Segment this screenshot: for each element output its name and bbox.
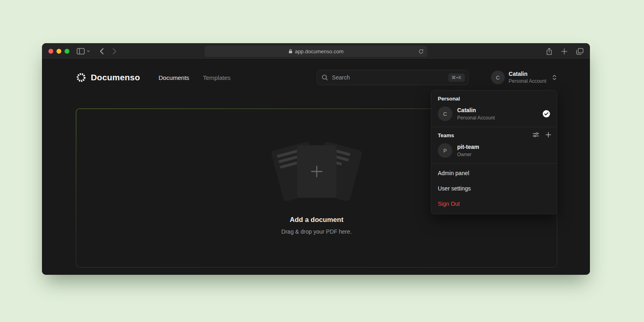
dropzone-subtitle: Drag & drop your PDF here. <box>281 228 351 235</box>
fullscreen-window-button[interactable] <box>65 49 69 54</box>
chevron-up-down-icon <box>552 74 557 81</box>
nav-item-templates[interactable]: Templates <box>203 74 230 81</box>
menu-personal-label: Personal <box>431 90 557 105</box>
menu-item-user-settings[interactable]: User settings <box>431 181 557 196</box>
account-avatar: C <box>491 71 505 84</box>
reload-icon[interactable] <box>418 49 424 54</box>
menu-teams-header: Teams <box>431 127 557 142</box>
forward-button-icon[interactable] <box>113 48 117 54</box>
search-box: ⌘+K <box>317 70 468 85</box>
menu-team-item[interactable]: P pit-team Owner <box>431 142 557 163</box>
sidebar-chevron-down-icon[interactable] <box>87 50 90 52</box>
menu-actions: Admin panel User settings Sign Out <box>431 164 557 211</box>
team-name: pit-team <box>457 144 479 151</box>
account-type: Personal Account <box>509 78 546 84</box>
nav-item-documents[interactable]: Documents <box>159 74 189 81</box>
dropzone-title: Add a document <box>290 216 343 224</box>
menu-item-admin-panel[interactable]: Admin panel <box>431 165 557 181</box>
menu-teams-label: Teams <box>431 127 533 142</box>
close-window-button[interactable] <box>48 49 53 54</box>
personal-avatar: C <box>438 107 452 121</box>
teams-header-icons <box>533 132 551 138</box>
new-tab-plus-icon[interactable] <box>561 48 567 54</box>
selected-check-icon <box>542 110 550 118</box>
toolbar-left <box>77 48 117 54</box>
brand-name: Documenso <box>91 73 140 82</box>
account-menu-button[interactable]: C Catalin Personal Account <box>491 71 557 84</box>
app-page: Documenso Documents Templates ⌘+K C Cata… <box>42 60 590 275</box>
add-team-plus-icon[interactable] <box>546 132 551 138</box>
plus-icon <box>310 165 324 178</box>
documenso-logo-icon <box>76 72 86 83</box>
document-card-center <box>297 145 337 198</box>
team-avatar: P <box>438 143 452 158</box>
menu-item-sign-out[interactable]: Sign Out <box>431 196 557 211</box>
search-input[interactable] <box>331 74 445 81</box>
sidebar-toggle-icon[interactable] <box>77 48 85 54</box>
account-name: Catalin <box>509 71 546 77</box>
search-icon <box>322 74 328 81</box>
url-text: app.documenso.com <box>295 48 344 54</box>
personal-name: Catalin <box>457 107 495 114</box>
window-controls <box>48 49 69 54</box>
share-icon[interactable] <box>546 48 552 55</box>
main-nav: Documents Templates <box>159 74 230 81</box>
personal-type: Personal Account <box>457 115 495 121</box>
manage-teams-icon[interactable] <box>533 132 539 138</box>
menu-personal-account[interactable]: C Catalin Personal Account <box>431 105 557 127</box>
document-stack-illustration <box>272 142 361 202</box>
toolbar-right <box>546 48 583 55</box>
personal-texts: Catalin Personal Account <box>457 107 495 121</box>
brand[interactable]: Documenso <box>76 72 140 83</box>
search-shortcut-badge: ⌘+K <box>448 73 465 82</box>
team-texts: pit-team Owner <box>457 144 479 157</box>
team-role: Owner <box>457 152 479 157</box>
account-dropdown-menu: Personal C Catalin Personal Account Team… <box>431 90 557 214</box>
browser-window: app.documenso.com Documenso <box>42 43 590 275</box>
app-header: Documenso Documents Templates ⌘+K C Cata… <box>76 69 557 86</box>
back-button-icon[interactable] <box>100 48 104 54</box>
address-bar[interactable]: app.documenso.com <box>205 46 427 57</box>
minimize-window-button[interactable] <box>56 49 61 54</box>
browser-titlebar: app.documenso.com <box>42 43 590 60</box>
account-texts: Catalin Personal Account <box>509 71 546 84</box>
tab-overview-icon[interactable] <box>576 48 583 55</box>
lock-icon <box>289 49 293 54</box>
